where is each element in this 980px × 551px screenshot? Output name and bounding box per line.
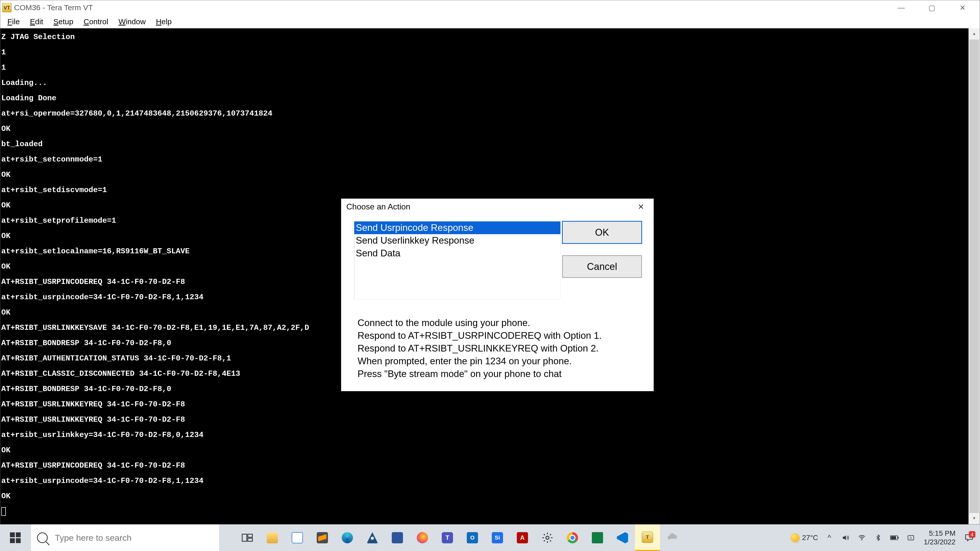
- taskbar-search[interactable]: Type here to search: [30, 524, 220, 551]
- settings-icon[interactable]: [535, 524, 560, 551]
- onedrive-icon[interactable]: [660, 524, 685, 551]
- scroll-up-icon[interactable]: ▴: [969, 28, 980, 40]
- simplicity-studio-icon[interactable]: Si: [485, 524, 510, 551]
- chrome-icon[interactable]: [560, 524, 585, 551]
- app-icon: VT: [2, 3, 11, 12]
- start-button[interactable]: [0, 524, 30, 551]
- weather-icon: [791, 533, 800, 542]
- notification-badge: 4: [969, 531, 975, 538]
- outlook-icon[interactable]: O: [460, 524, 485, 551]
- scroll-track[interactable]: [969, 40, 980, 513]
- sublime-text-icon[interactable]: [310, 524, 335, 551]
- taskbar-clock[interactable]: 5:15 PM 1/23/2022: [919, 529, 960, 546]
- cancel-button[interactable]: Cancel: [562, 256, 642, 278]
- dialog-body: Send Usrpincode Response Send Userlinkke…: [349, 218, 646, 383]
- dialog-titlebar[interactable]: Choose an Action ✕: [341, 199, 654, 214]
- close-button[interactable]: ✕: [947, 0, 978, 15]
- firefox-icon[interactable]: [410, 524, 435, 551]
- action-option-1[interactable]: Send Userlinkkey Response: [354, 234, 560, 247]
- action-option-2[interactable]: Send Data: [354, 247, 560, 260]
- tray-bluetooth-icon[interactable]: [870, 534, 886, 541]
- taskbar-pinned: T O Si A T: [235, 524, 685, 551]
- acrobat-icon[interactable]: A: [510, 524, 535, 551]
- weather-temp: 27°C: [802, 534, 818, 542]
- tray-volume-icon[interactable]: [837, 534, 854, 542]
- window-titlebar[interactable]: VT COM36 - Tera Term VT — ▢ ✕: [0, 0, 980, 15]
- tray-ime-icon[interactable]: A: [903, 534, 919, 541]
- excel-icon[interactable]: [585, 524, 610, 551]
- svg-rect-6: [898, 537, 899, 539]
- calculator-icon[interactable]: [385, 524, 410, 551]
- system-tray: 27°C ^ A 5:15 PM 1/23/2022 4: [791, 524, 980, 551]
- dialog-instructions: Connect to the module using your phone. …: [358, 317, 637, 380]
- tray-battery-icon[interactable]: [886, 535, 903, 540]
- menu-window[interactable]: Window: [113, 16, 151, 27]
- dialog-title: Choose an Action: [346, 202, 410, 211]
- maximize-button[interactable]: ▢: [916, 0, 947, 15]
- svg-point-4: [861, 539, 862, 540]
- scroll-thumb[interactable]: [969, 40, 979, 519]
- ok-button[interactable]: OK: [562, 221, 642, 244]
- tera-term-icon[interactable]: T: [635, 524, 660, 551]
- svg-rect-0: [242, 534, 247, 541]
- teams-icon[interactable]: T: [435, 524, 460, 551]
- tray-wifi-icon[interactable]: [854, 534, 870, 542]
- terminal-text: Z JTAG Selection 1 1 Loading... Loading …: [1, 33, 309, 500]
- menu-file[interactable]: File: [2, 16, 25, 27]
- menu-bar: File Edit Setup Control Window Help: [0, 15, 980, 28]
- weather-widget[interactable]: 27°C: [791, 533, 818, 542]
- menu-setup[interactable]: Setup: [48, 16, 78, 27]
- tray-chevron-icon[interactable]: ^: [821, 534, 837, 542]
- search-icon: [37, 532, 48, 543]
- terminal-scrollbar[interactable]: ▴ ▾: [969, 28, 980, 524]
- ms-store-icon[interactable]: [285, 524, 310, 551]
- edge-icon[interactable]: [335, 524, 360, 551]
- menu-control[interactable]: Control: [78, 16, 113, 27]
- action-listbox[interactable]: Send Usrpincode Response Send Userlinkke…: [354, 221, 561, 300]
- dialog-close-button[interactable]: ✕: [633, 200, 649, 213]
- svg-rect-2: [248, 538, 252, 541]
- terminal-cursor: [1, 507, 6, 516]
- window-title: COM36 - Tera Term VT: [14, 3, 93, 12]
- svg-rect-7: [891, 536, 896, 539]
- search-placeholder: Type here to search: [55, 533, 132, 543]
- svg-rect-1: [248, 534, 252, 537]
- menu-edit[interactable]: Edit: [25, 16, 48, 27]
- sourcetree-icon[interactable]: [360, 524, 385, 551]
- windows-logo-icon: [10, 532, 21, 543]
- file-explorer-icon[interactable]: [260, 524, 285, 551]
- task-view-button[interactable]: [235, 524, 260, 551]
- action-option-0[interactable]: Send Usrpincode Response: [354, 221, 560, 234]
- action-center-button[interactable]: 4: [960, 533, 978, 542]
- clock-time: 5:15 PM: [924, 529, 956, 538]
- taskbar: Type here to search T O Si A T 27°C ^ A: [0, 524, 980, 551]
- menu-help[interactable]: Help: [151, 16, 177, 27]
- svg-text:A: A: [910, 536, 912, 540]
- minimize-button[interactable]: —: [886, 0, 916, 15]
- choose-action-dialog: Choose an Action ✕ Send Usrpincode Respo…: [341, 198, 654, 391]
- svg-point-3: [546, 536, 549, 539]
- clock-date: 1/23/2022: [924, 538, 956, 546]
- vscode-icon[interactable]: [610, 524, 635, 551]
- scroll-down-icon[interactable]: ▾: [969, 513, 980, 524]
